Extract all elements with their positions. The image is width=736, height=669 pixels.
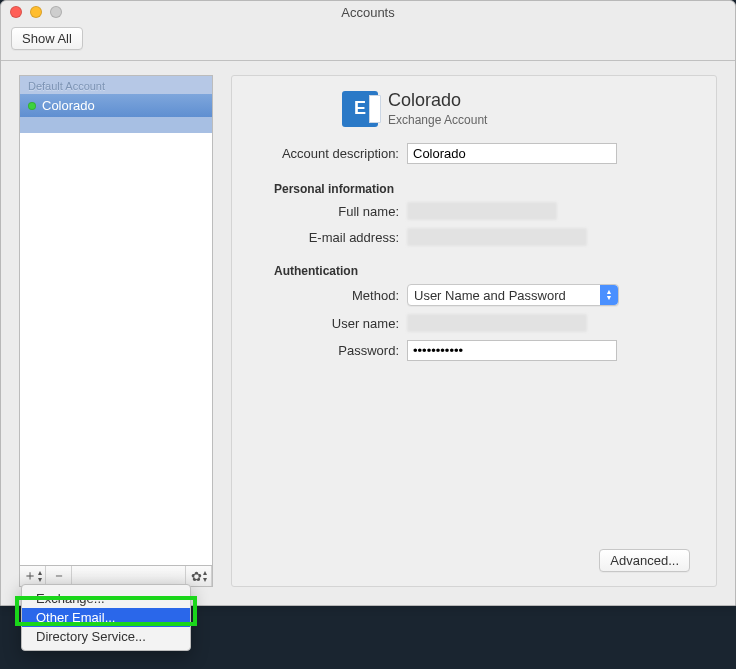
account-title: Colorado xyxy=(388,90,487,111)
description-input[interactable] xyxy=(407,143,617,164)
account-actions-button[interactable]: ✿ ▴▾ xyxy=(186,566,212,586)
menu-item-directory-service[interactable]: Directory Service... xyxy=(22,627,190,646)
account-item-label: Colorado xyxy=(42,98,95,113)
toolbar: Show All xyxy=(1,23,735,61)
account-form: Account description: Personal informatio… xyxy=(252,143,688,361)
method-label: Method: xyxy=(252,288,407,303)
description-label: Account description: xyxy=(252,146,407,161)
account-detail-panel: E Colorado Exchange Account Account desc… xyxy=(231,75,717,587)
account-item-colorado[interactable]: Colorado xyxy=(20,94,212,117)
personal-info-heading: Personal information xyxy=(252,172,688,202)
advanced-button[interactable]: Advanced... xyxy=(599,549,690,572)
gear-icon: ✿ xyxy=(191,569,202,584)
account-header: E Colorado Exchange Account xyxy=(252,86,688,131)
titlebar: Accounts xyxy=(1,1,735,23)
accounts-window: Accounts Show All Default Account Colora… xyxy=(0,0,736,606)
close-window-button[interactable] xyxy=(10,6,22,18)
menu-item-other-email[interactable]: Other Email... xyxy=(22,608,190,627)
remove-account-button[interactable]: － xyxy=(46,566,72,586)
accounts-list[interactable]: Default Account Colorado xyxy=(19,75,213,565)
username-value-redacted xyxy=(407,314,587,332)
email-label: E-mail address: xyxy=(252,230,407,245)
status-online-icon xyxy=(28,102,36,110)
minimize-window-button[interactable] xyxy=(30,6,42,18)
accounts-sidebar: Default Account Colorado ＋ ▴▾ － ✿ xyxy=(19,75,213,587)
minus-icon: － xyxy=(52,567,66,585)
select-caret-icon: ▲▼ xyxy=(600,285,618,305)
fullname-label: Full name: xyxy=(252,204,407,219)
window-title: Accounts xyxy=(1,5,735,20)
content-area: Default Account Colorado ＋ ▴▾ － ✿ xyxy=(1,61,735,605)
fullname-value-redacted xyxy=(407,202,557,220)
username-label: User name: xyxy=(252,316,407,331)
password-label: Password: xyxy=(252,343,407,358)
plus-icon: ＋ xyxy=(23,567,37,585)
exchange-icon: E xyxy=(342,91,378,127)
zoom-window-button[interactable] xyxy=(50,6,62,18)
add-account-menu: Exchange... Other Email... Directory Ser… xyxy=(21,584,191,651)
add-account-button[interactable]: ＋ ▴▾ xyxy=(20,566,46,586)
email-value-redacted xyxy=(407,228,587,246)
dropdown-caret-icon: ▴▾ xyxy=(203,569,207,583)
dropdown-caret-icon: ▴▾ xyxy=(38,569,42,583)
show-all-button[interactable]: Show All xyxy=(11,27,83,50)
authentication-heading: Authentication xyxy=(252,254,688,284)
account-type-label: Exchange Account xyxy=(388,113,487,127)
accounts-list-header: Default Account xyxy=(20,76,212,94)
method-select[interactable]: User Name and Password ▲▼ xyxy=(407,284,619,306)
account-item-detail xyxy=(20,117,212,133)
method-select-value: User Name and Password xyxy=(414,288,566,303)
password-input[interactable] xyxy=(407,340,617,361)
window-controls xyxy=(1,6,62,18)
menu-item-exchange[interactable]: Exchange... xyxy=(22,589,190,608)
